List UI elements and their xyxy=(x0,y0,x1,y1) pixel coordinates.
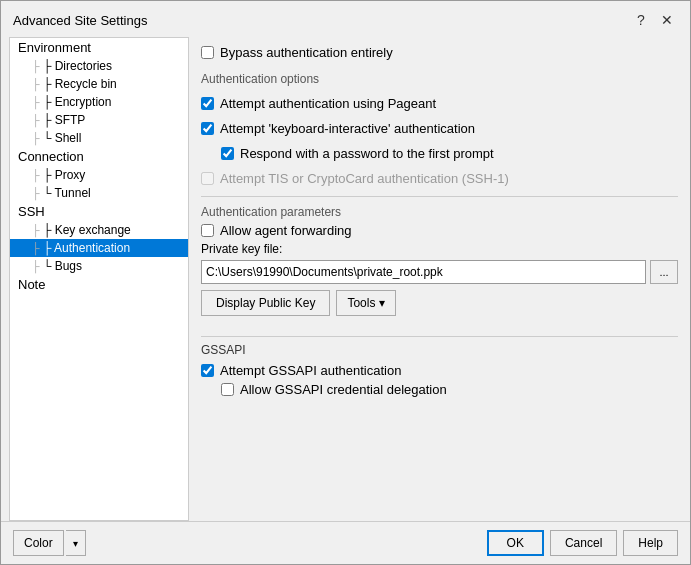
help-button[interactable]: Help xyxy=(623,530,678,556)
gssapi-label[interactable]: Attempt GSSAPI authentication xyxy=(220,363,401,378)
footer-left: Color ▾ xyxy=(13,530,86,556)
keyboard-label[interactable]: Attempt 'keyboard-interactive' authentic… xyxy=(220,121,475,136)
tools-arrow: ▾ xyxy=(379,296,385,310)
pk-file-label: Private key file: xyxy=(201,242,678,256)
gssapi-checkbox[interactable] xyxy=(201,364,214,377)
respond-checkbox[interactable] xyxy=(221,147,234,160)
title-bar: Advanced Site Settings ? ✕ xyxy=(1,1,690,37)
pk-file-input[interactable] xyxy=(201,260,646,284)
auth-params-title: Authentication parameters xyxy=(201,205,678,219)
action-row: Display Public Key Tools ▾ xyxy=(201,290,678,316)
sidebar-item-directories[interactable]: ├ Directories xyxy=(10,57,188,75)
close-icon-btn[interactable]: ✕ xyxy=(656,9,678,31)
title-bar-buttons: ? ✕ xyxy=(630,9,678,31)
cancel-button[interactable]: Cancel xyxy=(550,530,617,556)
tis-row: Attempt TIS or CryptoCard authentication… xyxy=(201,171,678,186)
tools-button[interactable]: Tools ▾ xyxy=(336,290,396,316)
sidebar-item-shell[interactable]: └ Shell xyxy=(10,129,188,147)
sidebar-item-sftp[interactable]: ├ SFTP xyxy=(10,111,188,129)
color-button[interactable]: Color xyxy=(13,530,64,556)
sidebar-item-key-exchange[interactable]: ├ Key exchange xyxy=(10,221,188,239)
sidebar-item-recycle-bin[interactable]: ├ Recycle bin xyxy=(10,75,188,93)
agent-fwd-row: Allow agent forwarding xyxy=(201,223,678,238)
agent-fwd-checkbox[interactable] xyxy=(201,224,214,237)
bypass-checkbox[interactable] xyxy=(201,46,214,59)
pk-file-row: ... xyxy=(201,260,678,284)
tis-checkbox xyxy=(201,172,214,185)
help-icon-btn[interactable]: ? xyxy=(630,9,652,31)
respond-row: Respond with a password to the first pro… xyxy=(201,146,678,161)
gssapi-cred-label[interactable]: Allow GSSAPI credential delegation xyxy=(240,382,447,397)
sidebar-item-bugs[interactable]: └ Bugs xyxy=(10,257,188,275)
color-dropdown-arrow[interactable]: ▾ xyxy=(66,530,86,556)
sidebar-item-tunnel[interactable]: └ Tunnel xyxy=(10,184,188,202)
keyboard-row: Attempt 'keyboard-interactive' authentic… xyxy=(201,121,678,136)
keyboard-checkbox[interactable] xyxy=(201,122,214,135)
footer-right: OK Cancel Help xyxy=(487,530,678,556)
auth-params-section: Authentication parameters Allow agent fo… xyxy=(201,196,678,322)
gssapi-auth-row: Attempt GSSAPI authentication xyxy=(201,363,678,378)
ok-button[interactable]: OK xyxy=(487,530,544,556)
respond-label[interactable]: Respond with a password to the first pro… xyxy=(240,146,494,161)
sidebar-item-ssh[interactable]: SSH xyxy=(10,202,188,221)
right-panel: Bypass authentication entirely Authentic… xyxy=(189,37,690,521)
sidebar-item-note[interactable]: Note xyxy=(10,275,188,294)
dialog-title: Advanced Site Settings xyxy=(13,13,147,28)
sidebar-item-authentication[interactable]: ├ Authentication xyxy=(10,239,188,257)
sidebar-item-environment[interactable]: Environment xyxy=(10,38,188,57)
gssapi-cred-checkbox[interactable] xyxy=(221,383,234,396)
dialog: Advanced Site Settings ? ✕ Environment ├… xyxy=(0,0,691,565)
sidebar: Environment ├ Directories ├ Recycle bin … xyxy=(9,37,189,521)
sidebar-item-encryption[interactable]: ├ Encryption xyxy=(10,93,188,111)
sidebar-item-connection[interactable]: Connection xyxy=(10,147,188,166)
bypass-row: Bypass authentication entirely xyxy=(201,45,678,60)
pageant-row: Attempt authentication using Pageant xyxy=(201,96,678,111)
tools-label: Tools xyxy=(347,296,375,310)
gssapi-section: GSSAPI Attempt GSSAPI authentication All… xyxy=(201,336,678,401)
auth-options-title: Authentication options xyxy=(201,72,678,86)
sidebar-item-proxy[interactable]: ├ Proxy xyxy=(10,166,188,184)
pageant-checkbox[interactable] xyxy=(201,97,214,110)
gssapi-cred-row: Allow GSSAPI credential delegation xyxy=(201,382,678,397)
footer: Color ▾ OK Cancel Help xyxy=(1,521,690,564)
main-content: Environment ├ Directories ├ Recycle bin … xyxy=(1,37,690,521)
browse-button[interactable]: ... xyxy=(650,260,678,284)
pageant-label[interactable]: Attempt authentication using Pageant xyxy=(220,96,436,111)
gssapi-title: GSSAPI xyxy=(201,343,678,357)
agent-fwd-label[interactable]: Allow agent forwarding xyxy=(220,223,352,238)
bypass-label[interactable]: Bypass authentication entirely xyxy=(220,45,393,60)
display-public-key-button[interactable]: Display Public Key xyxy=(201,290,330,316)
tis-label: Attempt TIS or CryptoCard authentication… xyxy=(220,171,509,186)
